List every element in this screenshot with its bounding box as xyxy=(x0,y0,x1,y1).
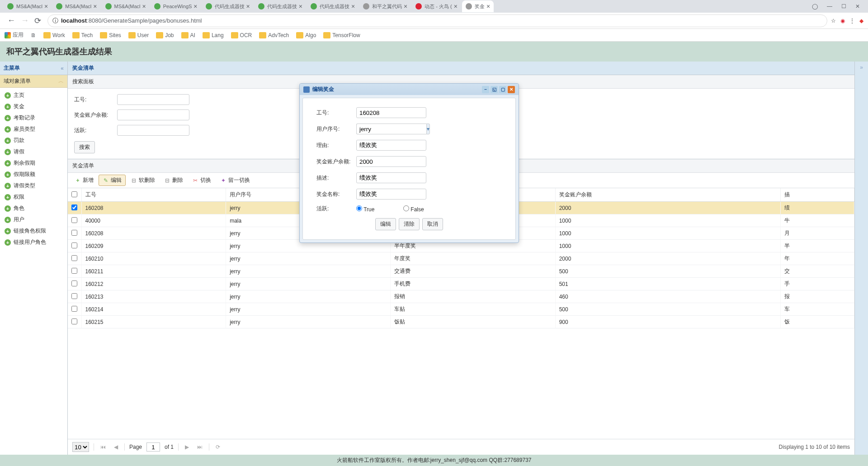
row-checkbox[interactable] xyxy=(71,217,77,223)
bookmark-folder[interactable]: TensorFlow xyxy=(323,32,360,38)
toolbar-add-button[interactable]: +新增 xyxy=(71,175,98,186)
form-input-user[interactable] xyxy=(356,124,426,134)
close-tab-icon[interactable]: × xyxy=(404,3,407,10)
form-input-reason[interactable] xyxy=(356,140,426,151)
bookmark-folder[interactable]: AI xyxy=(181,32,195,38)
bookmark-folder[interactable]: Sites xyxy=(100,32,121,38)
browser-tab[interactable]: MS&A(Macl× xyxy=(52,0,100,12)
row-checkbox[interactable] xyxy=(71,230,77,236)
browser-tab[interactable]: PeaceWingS× xyxy=(151,0,201,12)
browser-tab[interactable]: 和平之翼代码× xyxy=(359,0,411,12)
row-checkbox[interactable] xyxy=(71,306,77,312)
row-checkbox[interactable] xyxy=(71,268,77,274)
sidebar-item[interactable]: +用户 xyxy=(0,214,67,225)
pager-refresh-icon[interactable]: ⟳ xyxy=(214,444,222,450)
search-button[interactable]: 搜索 xyxy=(74,141,95,153)
site-info-icon[interactable]: ⓘ xyxy=(52,17,58,25)
row-checkbox[interactable] xyxy=(71,255,77,261)
bookmark-folder[interactable]: AdvTech xyxy=(259,32,289,38)
back-button[interactable]: ← xyxy=(5,16,18,25)
maximize-icon[interactable]: ☐ xyxy=(841,3,846,10)
bookmark-folder[interactable]: Algo xyxy=(296,32,316,38)
dialog-minimize-icon[interactable]: – xyxy=(482,86,489,93)
sidebar-item[interactable]: +权限 xyxy=(0,191,67,203)
bookmark-folder[interactable]: Lang xyxy=(203,32,224,38)
row-checkbox[interactable] xyxy=(71,281,77,286)
table-row[interactable]: 160211 jerry 交通费 500 交 xyxy=(68,265,854,278)
toolbar-edit-button[interactable]: ✎编辑 xyxy=(99,175,126,186)
close-tab-icon[interactable]: × xyxy=(454,3,458,10)
collapse-right-icon[interactable]: » xyxy=(860,64,863,455)
close-tab-icon[interactable]: × xyxy=(193,3,197,10)
toolbar-leave-button[interactable]: ✦留一切换 xyxy=(216,175,254,186)
pager-prev-icon[interactable]: ◀ xyxy=(112,444,120,450)
pager-next-icon[interactable]: ▶ xyxy=(183,444,191,450)
page-size-select[interactable]: 10 xyxy=(72,442,89,452)
bookmark-folder[interactable]: OCR xyxy=(231,32,252,38)
toolbar-softdelete-button[interactable]: ⊟软删除 xyxy=(127,175,159,186)
bookmark-file[interactable]: 🗎 xyxy=(31,32,36,38)
menu-icon[interactable]: ⋮ xyxy=(849,18,855,24)
column-header[interactable]: 工号 xyxy=(81,188,226,202)
row-checkbox[interactable] xyxy=(71,319,77,324)
pager-first-icon[interactable]: ⏮ xyxy=(99,444,108,450)
sidebar-item[interactable]: +剩余假期 xyxy=(0,157,67,169)
browser-tab[interactable]: 奖金× xyxy=(462,0,494,12)
form-input-id[interactable] xyxy=(356,107,426,118)
sidebar-item[interactable]: +奖金 xyxy=(0,101,67,112)
dialog-restore-icon[interactable]: ◱ xyxy=(491,86,498,93)
search-input-id[interactable] xyxy=(117,94,189,105)
sidebar-item[interactable]: +假期限额 xyxy=(0,169,67,180)
reload-button[interactable]: ⟳ xyxy=(32,16,44,26)
row-checkbox[interactable] xyxy=(71,293,77,299)
sidebar-item[interactable]: +考勤记录 xyxy=(0,112,67,124)
sidebar-item[interactable]: +请假类型 xyxy=(0,180,67,191)
close-tab-icon[interactable]: × xyxy=(351,3,355,10)
radio-false[interactable]: False xyxy=(403,205,443,213)
dialog-clear-button[interactable]: 清除 xyxy=(399,218,420,230)
browser-tab[interactable]: 代码生成器技× xyxy=(202,0,254,12)
star-icon[interactable]: ☆ xyxy=(831,18,836,24)
close-window-icon[interactable]: ✕ xyxy=(855,3,860,10)
app-badge-icon[interactable]: ◆ xyxy=(859,18,863,24)
sidebar-item[interactable]: +链接角色权限 xyxy=(0,225,67,237)
close-tab-icon[interactable]: × xyxy=(486,3,490,10)
close-tab-icon[interactable]: × xyxy=(93,3,97,10)
dialog-cancel-button[interactable]: 取消 xyxy=(422,218,443,230)
close-tab-icon[interactable]: × xyxy=(246,3,250,10)
table-row[interactable]: 160214 jerry 车贴 500 车 xyxy=(68,303,854,316)
close-tab-icon[interactable]: × xyxy=(142,3,146,10)
radio-true[interactable]: True xyxy=(356,205,396,213)
bookmark-folder[interactable]: Job xyxy=(156,32,174,38)
extension-icon[interactable]: ◉ xyxy=(840,18,845,24)
close-tab-icon[interactable]: × xyxy=(44,3,48,10)
sidebar-item[interactable]: +罚款 xyxy=(0,135,67,146)
column-header[interactable]: 奖金账户余额 xyxy=(555,188,781,202)
accordion-header-domain-objects[interactable]: 域对象清单 ︿ xyxy=(0,75,67,88)
table-row[interactable]: 160210 jerry 年度奖 2000 年 xyxy=(68,252,854,265)
pager-page-input[interactable] xyxy=(146,442,160,452)
browser-tab[interactable]: 代码生成器技× xyxy=(307,0,359,12)
minimize-icon[interactable]: — xyxy=(827,3,832,10)
row-checkbox[interactable] xyxy=(71,243,77,248)
form-combo-user[interactable]: ▾ xyxy=(356,124,426,134)
right-collapse-strip[interactable]: » xyxy=(854,62,868,455)
table-row[interactable]: 160212 jerry 手机费 501 手 xyxy=(68,278,854,290)
browser-tab[interactable]: 动态 - 火鸟 (× xyxy=(412,0,461,12)
chevron-down-icon[interactable]: ▾ xyxy=(426,124,430,134)
dialog-maximize-icon[interactable]: ▢ xyxy=(499,86,506,93)
sidebar-item[interactable]: +链接用户角色 xyxy=(0,237,67,248)
browser-tab[interactable]: MS&A(Macl× xyxy=(102,0,150,12)
apps-shortcut[interactable]: 应用 xyxy=(5,31,24,39)
sidebar-item[interactable]: +主页 xyxy=(0,90,67,101)
dialog-titlebar[interactable]: 编辑奖金 – ◱ ▢ ✕ xyxy=(300,84,519,95)
sidebar-item[interactable]: +请假 xyxy=(0,146,67,157)
dialog-edit-button[interactable]: 编辑 xyxy=(375,218,396,230)
sidebar-item[interactable]: +角色 xyxy=(0,203,67,214)
toolbar-delete-button[interactable]: ⊟删除 xyxy=(160,175,187,186)
sidebar-item[interactable]: +雇员类型 xyxy=(0,124,67,135)
pager-last-icon[interactable]: ⏭ xyxy=(195,444,204,450)
column-header[interactable]: 描 xyxy=(781,188,854,202)
close-tab-icon[interactable]: × xyxy=(299,3,302,10)
search-input-balance[interactable] xyxy=(117,109,189,120)
